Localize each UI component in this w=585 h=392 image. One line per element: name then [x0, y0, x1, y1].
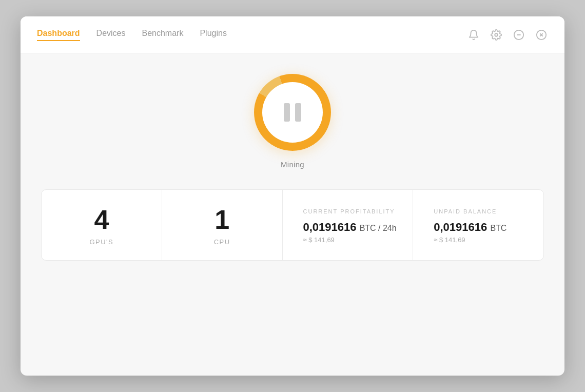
header-actions: [467, 28, 548, 42]
nav-item-dashboard[interactable]: Dashboard: [37, 29, 80, 41]
pause-button[interactable]: [254, 74, 331, 151]
balance-btc-unit: BTC: [490, 224, 506, 232]
bell-icon[interactable]: [467, 28, 480, 42]
pause-bar-right: [295, 103, 301, 122]
gpu-count-value: 4: [94, 206, 109, 233]
profitability-card: CURRENT PROFITABILITY 0,0191616 BTC / 24…: [283, 190, 414, 260]
balance-btc-value: 0,0191616 BTC: [434, 221, 506, 234]
svg-point-0: [495, 33, 498, 36]
nav-item-plugins[interactable]: Plugins: [200, 29, 226, 41]
profitability-section-label: CURRENT PROFITABILITY: [303, 208, 395, 214]
minimize-icon[interactable]: [512, 28, 525, 42]
pause-button-inner: [262, 82, 323, 143]
mining-control: Mining: [254, 74, 331, 169]
main-content: Mining 4 GPU'S 1 CPU CURRENT PROFITABILI…: [21, 53, 564, 376]
stats-row: 4 GPU'S 1 CPU CURRENT PROFITABILITY 0,01…: [41, 189, 544, 261]
header: Dashboard Devices Benchmark Plugins: [21, 16, 564, 53]
cpu-count-label: CPU: [214, 238, 230, 246]
cpu-stat-card: 1 CPU: [162, 190, 283, 260]
profitability-btc-value: 0,0191616 BTC / 24h: [303, 221, 397, 234]
profitability-btc-unit: BTC / 24h: [360, 224, 397, 232]
nav-item-devices[interactable]: Devices: [96, 29, 126, 41]
gpu-stat-card: 4 GPU'S: [42, 190, 162, 260]
nav-item-benchmark[interactable]: Benchmark: [142, 29, 183, 41]
settings-icon[interactable]: [490, 28, 503, 42]
app-window: Dashboard Devices Benchmark Plugins: [21, 16, 564, 376]
cpu-count-value: 1: [215, 206, 229, 233]
mining-status-label: Mining: [281, 160, 304, 169]
nav: Dashboard Devices Benchmark Plugins: [37, 29, 227, 41]
close-icon[interactable]: [535, 28, 548, 42]
pause-icon: [284, 103, 301, 122]
balance-card: UNPAID BALANCE 0,0191616 BTC ≈ $ 141,69: [413, 190, 543, 260]
balance-section-label: UNPAID BALANCE: [434, 208, 497, 214]
pause-bar-left: [284, 103, 290, 122]
balance-usd-value: ≈ $ 141,69: [434, 236, 465, 244]
profitability-usd-value: ≈ $ 141,69: [303, 236, 335, 244]
gpu-count-label: GPU'S: [89, 238, 113, 246]
